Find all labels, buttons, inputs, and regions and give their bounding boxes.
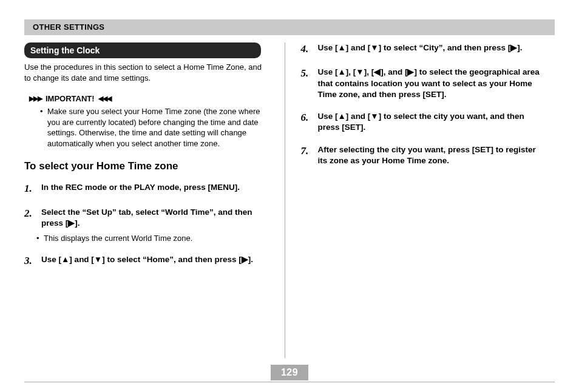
step-text: Select the “Set Up” tab, select “World T… (41, 207, 269, 229)
right-column: 4. Use [▲] and [▼] to select “City”, and… (285, 42, 555, 358)
step-2: 2. Select the “Set Up” tab, select “Worl… (24, 207, 269, 229)
section-title-pill: Setting the Clock (24, 42, 261, 59)
step-number: 1. (24, 182, 36, 196)
deco-arrows-right-icon: ▶▶▶ (29, 94, 42, 103)
page-footer: 129 (24, 365, 555, 382)
step-number: 4. (301, 42, 313, 56)
step-5: 5. Use [▲], [▼], [◀], and [▶] to select … (301, 67, 546, 100)
subheading: To select your Home Time zone (24, 160, 269, 174)
step-1: 1. In the REC mode or the PLAY mode, pre… (24, 182, 269, 196)
step-4: 4. Use [▲] and [▼] to select “City”, and… (301, 42, 546, 56)
footer-rule (24, 382, 555, 382)
important-heading: ▶▶▶ IMPORTANT! ◀◀◀ (29, 93, 269, 104)
step-6: 6. Use [▲] and [▼] to select the city yo… (301, 111, 546, 133)
page-header: OTHER SETTINGS (24, 19, 555, 35)
left-column: Setting the Clock Use the procedures in … (24, 42, 285, 358)
deco-arrows-left-icon: ◀◀◀ (98, 94, 111, 103)
steps-right: 4. Use [▲] and [▼] to select “City”, and… (301, 42, 546, 166)
step-3: 3. Use [▲] and [▼] to select “Home”, and… (24, 254, 269, 268)
page-number: 129 (271, 365, 308, 380)
step-text: Use [▲] and [▼] to select the city you w… (318, 111, 546, 133)
step-2-sub: This displays the current World Time zon… (44, 233, 269, 244)
important-label: IMPORTANT! (46, 93, 95, 104)
step-7: 7. After selecting the city you want, pr… (301, 144, 546, 166)
step-text: In the REC mode or the PLAY mode, press … (41, 182, 269, 196)
step-number: 2. (24, 207, 36, 229)
step-text: Use [▲], [▼], [◀], and [▶] to select the… (318, 67, 546, 100)
step-text: Use [▲] and [▼] to select “City”, and th… (318, 42, 546, 56)
important-body: Make sure you select your Home Time zone… (47, 106, 269, 149)
content-columns: Setting the Clock Use the procedures in … (24, 42, 555, 358)
intro-text: Use the procedures in this section to se… (24, 62, 269, 83)
step-text: Use [▲] and [▼] to select “Home”, and th… (41, 254, 269, 268)
step-number: 5. (301, 67, 313, 100)
step-text: After selecting the city you want, press… (318, 144, 546, 166)
step-number: 7. (301, 144, 313, 166)
step-number: 3. (24, 254, 36, 268)
step-number: 6. (301, 111, 313, 133)
steps-left: 1. In the REC mode or the PLAY mode, pre… (24, 182, 269, 268)
